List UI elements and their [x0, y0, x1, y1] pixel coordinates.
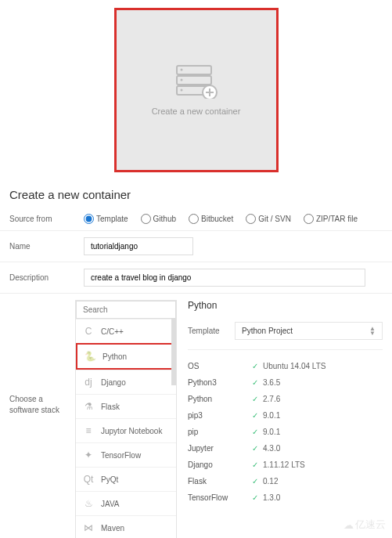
stack-item-maven[interactable]: ⋈Maven	[76, 515, 176, 538]
container-icon	[175, 64, 218, 99]
check-icon: ✓	[252, 362, 258, 370]
spec-value: ✓3.6.5	[252, 378, 280, 387]
spec-value: ✓9.0.1	[252, 428, 280, 436]
create-container-tile[interactable]: Create a new container	[114, 8, 279, 172]
spec-value: ✓1.11.12 LTS	[252, 460, 305, 469]
stack-item-jupytornotebook[interactable]: ≡Jupytor Notebook	[76, 418, 176, 442]
stack-item-label: C/C++	[101, 327, 124, 336]
spec-key: Python	[188, 395, 252, 403]
spec-value: ✓4.3.0	[252, 444, 280, 453]
spec-row: Python3✓3.6.5	[188, 374, 383, 391]
source-label: Source from	[9, 215, 84, 223]
stack-picker: CC/C++🐍PythondjDjango⚗Flask≡Jupytor Note…	[75, 300, 177, 538]
stack-list: CC/C++🐍PythondjDjango⚗Flask≡Jupytor Note…	[76, 319, 176, 538]
template-value: Python Project	[242, 327, 293, 335]
spec-key: TensorFlow	[188, 493, 252, 502]
svg-point-3	[180, 69, 182, 71]
name-label: Name	[9, 242, 84, 251]
spec-value: ✓1.3.0	[252, 493, 280, 502]
spec-value: ✓2.7.6	[252, 395, 280, 403]
spec-row: pip✓9.0.1	[188, 424, 383, 440]
source-option-template[interactable]: Template	[84, 214, 128, 224]
source-option-ziptarfile[interactable]: ZIP/TAR file	[304, 214, 358, 224]
check-icon: ✓	[252, 378, 258, 387]
stack-item-django[interactable]: djDjango	[76, 370, 176, 394]
stack-item-label: TensorFlow	[101, 451, 141, 460]
source-radio[interactable]	[189, 214, 199, 224]
stack-item-label: Django	[101, 378, 126, 387]
stack-icon: ♨	[82, 497, 95, 510]
stack-icon: Qt	[82, 473, 95, 486]
svg-point-4	[180, 79, 182, 81]
source-radios: TemplateGithubBitbucketGit / SVNZIP/TAR …	[84, 214, 383, 224]
source-radio[interactable]	[141, 214, 151, 224]
stack-icon: ✦	[82, 449, 95, 461]
search-input[interactable]	[76, 301, 176, 319]
check-icon: ✓	[252, 395, 258, 403]
template-label: Template	[188, 327, 235, 335]
source-option-github[interactable]: Github	[141, 214, 176, 224]
check-icon: ✓	[252, 444, 258, 453]
stack-item-pyqt[interactable]: QtPyQt	[76, 467, 176, 491]
select-arrows-icon: ▲▼	[369, 327, 376, 335]
spec-key: Python3	[188, 378, 252, 387]
spec-value: ✓9.0.1	[252, 411, 280, 420]
spec-row: OS✓Ubuntu 14.04 LTS	[188, 358, 383, 374]
watermark: ☁ 亿速云	[343, 518, 386, 532]
check-icon: ✓	[252, 493, 258, 502]
description-input[interactable]	[84, 269, 365, 287]
stack-item-label: JAVA	[101, 500, 120, 508]
name-row: Name	[0, 231, 392, 262]
spec-row: Jupyter✓4.3.0	[188, 440, 383, 457]
template-row: Template Python Project ▲▼	[188, 322, 383, 350]
description-label: Description	[9, 273, 84, 282]
spec-key: pip3	[188, 411, 252, 420]
template-select[interactable]: Python Project ▲▼	[235, 322, 383, 340]
cloud-icon: ☁	[343, 519, 354, 531]
name-input[interactable]	[84, 237, 193, 255]
check-icon: ✓	[252, 477, 258, 486]
spec-row: Django✓1.11.12 LTS	[188, 457, 383, 473]
spec-key: pip	[188, 428, 252, 436]
stack-label: Choose a software stack	[9, 300, 64, 538]
spec-key: Jupyter	[188, 444, 252, 453]
source-radio[interactable]	[84, 214, 94, 224]
spec-row: TensorFlow✓1.3.0	[188, 489, 383, 506]
spec-key: Flask	[188, 477, 252, 486]
stack-item-flask[interactable]: ⚗Flask	[76, 394, 176, 418]
page-title: Create a new container	[9, 188, 392, 201]
spec-row: pip3✓9.0.1	[188, 407, 383, 424]
spec-value: ✓Ubuntu 14.04 LTS	[252, 362, 325, 370]
spec-value: ✓0.12	[252, 477, 278, 486]
stack-icon: 🐍	[84, 350, 96, 363]
stack-item-java[interactable]: ♨JAVA	[76, 491, 176, 515]
stack-row: Choose a software stack CC/C++🐍PythondjD…	[0, 294, 392, 538]
stack-item-python[interactable]: 🐍Python	[76, 343, 176, 370]
stack-item-label: Maven	[101, 524, 124, 533]
source-option-gitsvn[interactable]: Git / SVN	[246, 214, 291, 224]
source-radio[interactable]	[304, 214, 314, 224]
spec-key: OS	[188, 362, 252, 370]
svg-point-5	[180, 89, 182, 92]
stack-icon: ⋈	[82, 522, 95, 534]
stack-item-label: PyQt	[101, 475, 118, 484]
check-icon: ✓	[252, 460, 258, 469]
stack-item-cc[interactable]: CC/C++	[76, 319, 176, 343]
stack-item-label: Python	[102, 352, 127, 361]
spec-row: Flask✓0.12	[188, 473, 383, 489]
source-option-bitbucket[interactable]: Bitbucket	[189, 214, 233, 224]
stack-icon: ≡	[82, 424, 95, 437]
spec-row: Python✓2.7.6	[188, 391, 383, 407]
details-panel: Python Template Python Project ▲▼ OS✓Ubu…	[188, 300, 383, 538]
stack-item-label: Jupytor Notebook	[101, 427, 162, 435]
check-icon: ✓	[252, 411, 258, 420]
description-row: Description	[0, 262, 392, 294]
stack-item-label: Flask	[101, 403, 120, 411]
stack-item-tensorflow[interactable]: ✦TensorFlow	[76, 442, 176, 467]
details-title: Python	[188, 300, 383, 311]
source-radio[interactable]	[246, 214, 256, 224]
spec-key: Django	[188, 460, 252, 469]
tile-text: Create a new container	[152, 107, 241, 116]
stack-icon: C	[82, 325, 95, 338]
source-row: Source from TemplateGithubBitbucketGit /…	[0, 208, 392, 231]
